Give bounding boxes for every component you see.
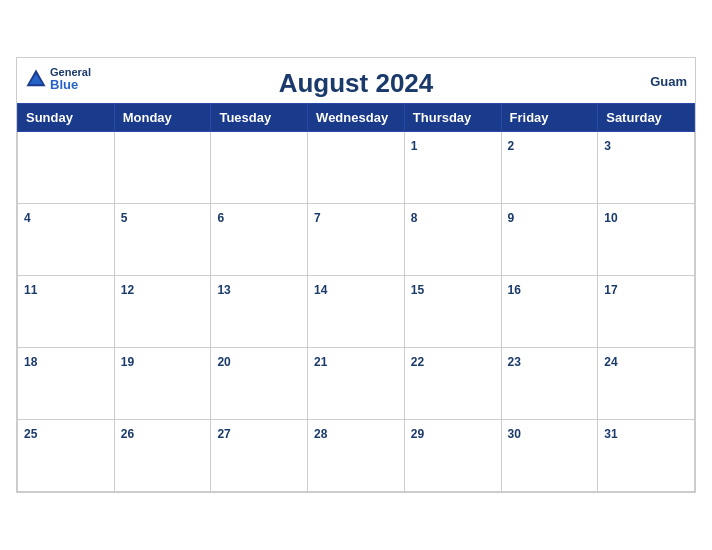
day-number: 15	[411, 283, 424, 297]
calendar-cell: 7	[308, 204, 405, 276]
calendar-cell: 2	[501, 132, 598, 204]
calendar-cell: 30	[501, 420, 598, 492]
calendar-cell: 14	[308, 276, 405, 348]
calendar-cell	[18, 132, 115, 204]
calendar-title: August 2024	[37, 68, 675, 99]
day-number: 22	[411, 355, 424, 369]
day-number: 31	[604, 427, 617, 441]
day-number: 7	[314, 211, 321, 225]
calendar-cell: 6	[211, 204, 308, 276]
day-number: 26	[121, 427, 134, 441]
calendar-cell: 1	[404, 132, 501, 204]
calendar-cell: 23	[501, 348, 598, 420]
weekday-header-row: SundayMondayTuesdayWednesdayThursdayFrid…	[18, 104, 695, 132]
calendar-cell: 15	[404, 276, 501, 348]
weekday-header-tuesday: Tuesday	[211, 104, 308, 132]
day-number: 10	[604, 211, 617, 225]
calendar-cell: 31	[598, 420, 695, 492]
day-number: 11	[24, 283, 37, 297]
brand-icon	[25, 68, 47, 90]
day-number: 3	[604, 139, 611, 153]
calendar-cell: 5	[114, 204, 211, 276]
calendar-cell: 18	[18, 348, 115, 420]
calendar-cell: 11	[18, 276, 115, 348]
weekday-header-monday: Monday	[114, 104, 211, 132]
day-number: 24	[604, 355, 617, 369]
calendar-cell: 16	[501, 276, 598, 348]
day-number: 19	[121, 355, 134, 369]
calendar-week-row: 123	[18, 132, 695, 204]
day-number: 17	[604, 283, 617, 297]
brand-blue-label: Blue	[50, 78, 91, 92]
calendar-cell: 9	[501, 204, 598, 276]
day-number: 30	[508, 427, 521, 441]
day-number: 8	[411, 211, 418, 225]
calendar-cell: 24	[598, 348, 695, 420]
day-number: 13	[217, 283, 230, 297]
day-number: 29	[411, 427, 424, 441]
calendar-tbody: 1234567891011121314151617181920212223242…	[18, 132, 695, 492]
weekday-header-friday: Friday	[501, 104, 598, 132]
weekday-header-wednesday: Wednesday	[308, 104, 405, 132]
calendar-week-row: 18192021222324	[18, 348, 695, 420]
calendar-cell: 26	[114, 420, 211, 492]
calendar-cell: 25	[18, 420, 115, 492]
calendar-cell: 28	[308, 420, 405, 492]
day-number: 23	[508, 355, 521, 369]
calendar-header: General Blue August 2024 Guam	[17, 58, 695, 103]
calendar-week-row: 45678910	[18, 204, 695, 276]
calendar-cell: 3	[598, 132, 695, 204]
day-number: 25	[24, 427, 37, 441]
weekday-header-sunday: Sunday	[18, 104, 115, 132]
calendar-cell	[114, 132, 211, 204]
day-number: 5	[121, 211, 128, 225]
day-number: 18	[24, 355, 37, 369]
day-number: 12	[121, 283, 134, 297]
day-number: 21	[314, 355, 327, 369]
day-number: 9	[508, 211, 515, 225]
day-number: 14	[314, 283, 327, 297]
calendar-cell: 29	[404, 420, 501, 492]
day-number: 16	[508, 283, 521, 297]
day-number: 6	[217, 211, 224, 225]
calendar: General Blue August 2024 Guam SundayMond…	[16, 57, 696, 493]
calendar-table: SundayMondayTuesdayWednesdayThursdayFrid…	[17, 103, 695, 492]
day-number: 28	[314, 427, 327, 441]
brand-logo: General Blue	[25, 66, 91, 92]
day-number: 2	[508, 139, 515, 153]
calendar-cell	[211, 132, 308, 204]
calendar-thead: SundayMondayTuesdayWednesdayThursdayFrid…	[18, 104, 695, 132]
calendar-cell: 27	[211, 420, 308, 492]
day-number: 4	[24, 211, 31, 225]
calendar-cell: 13	[211, 276, 308, 348]
calendar-cell	[308, 132, 405, 204]
weekday-header-thursday: Thursday	[404, 104, 501, 132]
calendar-week-row: 25262728293031	[18, 420, 695, 492]
calendar-cell: 21	[308, 348, 405, 420]
calendar-week-row: 11121314151617	[18, 276, 695, 348]
calendar-cell: 10	[598, 204, 695, 276]
region-label: Guam	[650, 73, 687, 88]
calendar-cell: 22	[404, 348, 501, 420]
brand-logo-container: General Blue	[25, 66, 91, 92]
calendar-cell: 4	[18, 204, 115, 276]
calendar-cell: 20	[211, 348, 308, 420]
day-number: 27	[217, 427, 230, 441]
brand-text: General Blue	[50, 66, 91, 92]
calendar-cell: 12	[114, 276, 211, 348]
day-number: 20	[217, 355, 230, 369]
calendar-cell: 17	[598, 276, 695, 348]
weekday-header-saturday: Saturday	[598, 104, 695, 132]
day-number: 1	[411, 139, 418, 153]
calendar-cell: 8	[404, 204, 501, 276]
calendar-cell: 19	[114, 348, 211, 420]
